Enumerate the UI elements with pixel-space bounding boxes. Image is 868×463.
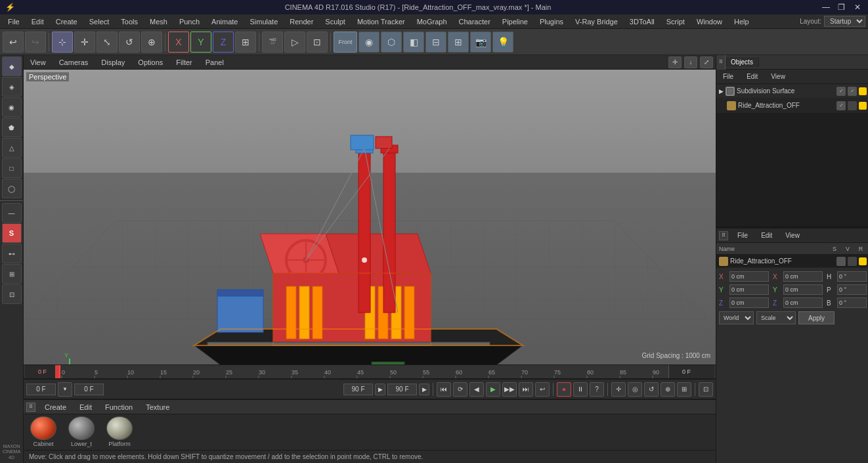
keyframe-btn6[interactable]: ⊡ — [699, 382, 713, 397]
material-cabinet[interactable]: Cabinet — [26, 416, 60, 448]
current-frame-input[interactable] — [26, 384, 56, 395]
menu-select[interactable]: Select — [84, 16, 115, 27]
menu-edit[interactable]: Edit — [26, 16, 49, 27]
transport-next[interactable]: ▶▶ — [502, 382, 517, 397]
z-axis-button[interactable]: Z — [213, 32, 234, 53]
view-sphere-button[interactable]: ◉ — [358, 32, 380, 53]
menu-simulate[interactable]: Simulate — [244, 16, 283, 27]
attr-menu-file[interactable]: File — [733, 231, 752, 240]
menu-file[interactable]: File — [3, 16, 25, 27]
obj-lock-2[interactable] — [848, 101, 857, 110]
menu-create[interactable]: Create — [51, 16, 83, 27]
pause-btn[interactable]: ⏸ — [573, 382, 588, 397]
coord-system-button[interactable]: ⊞ — [235, 32, 256, 53]
viewport-down-icon[interactable]: ↓ — [684, 56, 697, 68]
sidebar-btn-4[interactable]: ⬟ — [2, 118, 22, 137]
menu-pipeline[interactable]: Pipeline — [497, 16, 533, 27]
keyframe-btn2[interactable]: ◎ — [628, 382, 642, 397]
keyframe-btn1[interactable]: ✛ — [611, 382, 626, 397]
obj-color-2[interactable] — [859, 102, 867, 110]
attr-obj-v[interactable] — [848, 257, 857, 266]
sidebar-btn-box[interactable]: ⊡ — [2, 284, 22, 304]
sidebar-btn-2[interactable]: ◈ — [2, 77, 22, 97]
menu-sculpt[interactable]: Sculpt — [320, 16, 351, 27]
obj-row-subdivision[interactable]: ▶ Subdivision Surface ✓ ✓ — [716, 84, 868, 99]
minimize-button[interactable]: — — [821, 2, 831, 12]
sidebar-btn-s[interactable]: S — [2, 223, 22, 243]
attr-x-pos[interactable] — [729, 271, 769, 282]
material-menu-function[interactable]: Function — [101, 402, 137, 412]
attr-menu-edit[interactable]: Edit — [757, 231, 776, 240]
menu-punch[interactable]: Punch — [174, 16, 205, 27]
select-button[interactable]: ⊹ — [52, 32, 73, 53]
obj-menu-file[interactable]: File — [719, 72, 737, 81]
render-region-button[interactable]: 🎬 — [262, 32, 283, 53]
menu-mograph[interactable]: MoGraph — [412, 16, 452, 27]
menu-window[interactable]: Window — [691, 16, 727, 27]
undo-button[interactable]: ↩ — [3, 32, 24, 53]
layout-dropdown[interactable]: Startup — [824, 16, 865, 27]
obj-vis-2[interactable]: ✓ — [836, 101, 846, 110]
render-view-button[interactable]: ▷ — [284, 32, 305, 53]
material-menu-texture[interactable]: Texture — [142, 402, 173, 412]
transport-go-start[interactable]: ⏮ — [437, 382, 451, 397]
multi-transform-button[interactable]: ⊕ — [141, 32, 162, 53]
view-shade-button[interactable]: ◧ — [403, 32, 424, 53]
transport-go-end[interactable]: ⏭ — [519, 382, 533, 397]
viewport-expand-icon[interactable]: ⤢ — [700, 56, 713, 68]
viewport-menu-panel[interactable]: Panel — [202, 57, 228, 68]
attr-menu-view[interactable]: View — [781, 231, 804, 240]
obj-vis-1[interactable]: ✓ — [836, 87, 846, 96]
menu-tools[interactable]: Tools — [116, 16, 143, 27]
menu-script[interactable]: Script — [661, 16, 690, 27]
close-button[interactable]: ✕ — [852, 2, 863, 12]
sidebar-btn-1[interactable]: ◆ — [2, 56, 22, 76]
sidebar-btn-6[interactable]: □ — [2, 158, 22, 178]
viewport-canvas[interactable]: X Y Perspective Grid Spacing : 1000 cm — [24, 70, 716, 364]
record-btn[interactable]: ● — [557, 382, 571, 397]
attr-transform-select[interactable]: Scale Position Rotation — [756, 311, 796, 324]
maximize-button[interactable]: ❐ — [836, 2, 847, 12]
material-lower-t[interactable]: Lower_t — [64, 416, 98, 448]
end-frame-input[interactable] — [343, 384, 373, 395]
attr-y-pos[interactable] — [729, 284, 769, 295]
view-3d-button[interactable]: ⬡ — [381, 32, 402, 53]
obj-expand-1[interactable]: ▶ — [719, 88, 724, 95]
viewport-menu-view[interactable]: View — [26, 57, 50, 68]
scale-button[interactable]: ⤡ — [97, 32, 118, 53]
attr-z-pos[interactable] — [729, 298, 769, 308]
end-frame-2-toggle[interactable]: ▶ — [419, 384, 429, 395]
viewport-move-icon[interactable]: ✛ — [668, 56, 682, 68]
transport-prev[interactable]: ◀ — [469, 382, 484, 397]
attr-obj-s[interactable] — [836, 257, 846, 266]
obj-color-1[interactable] — [859, 87, 867, 95]
material-platform[interactable]: Platform — [102, 416, 137, 448]
menu-motion-tracker[interactable]: Motion Tracker — [352, 16, 410, 27]
material-menu-create[interactable]: Create — [41, 402, 70, 412]
redo-button[interactable]: ↪ — [25, 32, 46, 53]
transport-record[interactable]: ↩ — [535, 382, 550, 397]
view-wire-button[interactable]: ⊟ — [425, 32, 446, 53]
menu-3dtoall[interactable]: 3DToAll — [624, 16, 660, 27]
sidebar-btn-grid[interactable]: ⊞ — [2, 264, 22, 284]
view-front-button[interactable]: Front — [334, 32, 357, 53]
x-axis-button[interactable]: X — [168, 32, 189, 53]
keyframe-btn5[interactable]: ⊞ — [677, 382, 691, 397]
transport-play[interactable]: ▶ — [486, 382, 500, 397]
obj-menu-view[interactable]: View — [767, 72, 789, 81]
end-frame-toggle[interactable]: ▶ — [375, 384, 385, 395]
viewport-menu-options[interactable]: Options — [134, 57, 167, 68]
frame-down-btn[interactable]: ▼ — [58, 382, 72, 397]
obj-row-ride-attraction[interactable]: Ride_Attraction_OFF ✓ — [716, 99, 868, 113]
attr-h-val[interactable] — [837, 271, 867, 282]
tab-objects[interactable]: Objects — [726, 57, 759, 67]
attr-obj-row[interactable]: Ride_Attraction_OFF — [716, 255, 868, 268]
view-camera-button[interactable]: 📷 — [470, 32, 491, 53]
keyframe-btn3[interactable]: ↺ — [644, 382, 659, 397]
attr-p-val[interactable] — [837, 284, 867, 295]
view-extra-button[interactable]: ⊞ — [448, 32, 469, 53]
attr-coord-select[interactable]: World Object — [719, 311, 754, 324]
menu-mesh[interactable]: Mesh — [144, 16, 173, 27]
menu-character[interactable]: Character — [454, 16, 496, 27]
obj-render-1[interactable]: ✓ — [848, 87, 857, 96]
